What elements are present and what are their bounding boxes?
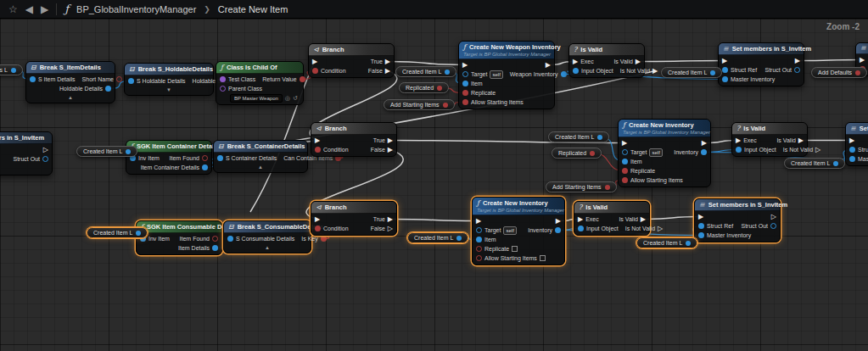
collapse-arrow-icon[interactable]: ▼ xyxy=(125,87,213,95)
red-pin-icon[interactable] xyxy=(476,255,482,261)
node-header[interactable]: ⊟Break S_ContainerDetails xyxy=(214,141,307,153)
pin-condition[interactable]: Condition xyxy=(315,145,349,154)
pin-allow-starting-items[interactable]: Allow Starting Items xyxy=(462,98,524,107)
red-pin-icon[interactable] xyxy=(605,185,610,190)
node-header[interactable]: ≡Set members in S_InvItem xyxy=(695,199,780,211)
blue-pin-icon[interactable] xyxy=(202,164,208,170)
pin-holdable-details[interactable]: Holdable Details xyxy=(59,84,111,93)
node-isValid3[interactable]: ?Is Valid▶Exec▶Is ValidInput Object▷Is N… xyxy=(574,201,650,236)
blue-pin-icon[interactable] xyxy=(561,71,567,77)
pill-add-defaults[interactable]: Add Defaults xyxy=(811,67,867,78)
pin-struct-out[interactable]: Struct Out xyxy=(13,154,48,164)
red-pin-icon[interactable] xyxy=(212,236,218,242)
node-sgkCont[interactable]: ƒSGK Item Container DetailsInv ItemItem … xyxy=(126,140,212,175)
pill-add-starting-items[interactable]: Add Starting Items xyxy=(546,181,617,192)
pin-condition[interactable]: Condition xyxy=(315,224,349,233)
pin-exec[interactable]: ▶ xyxy=(849,136,854,145)
pill-replicated[interactable]: Replicated xyxy=(399,82,449,93)
pin-exec[interactable]: ▶ xyxy=(702,138,707,148)
pin-exec[interactable]: ▶Exec xyxy=(578,214,599,224)
pin-exec[interactable]: ▶ xyxy=(795,56,800,65)
red-pin-icon[interactable] xyxy=(437,86,442,91)
node-setMem1[interactable]: ≡Set members in S_InvItem▶▶Struct RefStr… xyxy=(718,42,804,86)
exec-pin-icon[interactable]: ▶ xyxy=(546,61,551,69)
pin-target[interactable]: Targetself xyxy=(476,226,517,235)
reset-icon[interactable]: ↺ xyxy=(293,95,298,102)
pill-created-item-l[interactable]: Created Item L xyxy=(87,227,148,238)
pin-exec[interactable]: ▶Exec xyxy=(736,136,757,145)
pin-target[interactable]: Targetself xyxy=(622,148,663,157)
red-pin-icon[interactable] xyxy=(300,76,305,82)
node-header[interactable]: ƒSGK Item Consumable Details xyxy=(137,221,221,233)
self-value-chip[interactable]: self xyxy=(649,148,662,157)
pin-s-holdable-details[interactable]: S Holdable Details xyxy=(128,76,186,86)
exec-pin-icon[interactable]: ▶ xyxy=(388,146,393,153)
blue-pin-icon[interactable] xyxy=(476,227,482,233)
exec-pin-icon[interactable]: ▶ xyxy=(578,215,583,223)
pin-inventory[interactable]: Inventory xyxy=(674,148,707,157)
pin-s-item-details[interactable]: S Item Details xyxy=(30,75,76,84)
node-classChild[interactable]: ƒClass Is Child OfTest ClassReturn Value… xyxy=(216,61,304,105)
pin-struct-ref[interactable]: Struct Ref xyxy=(722,65,757,75)
node-header[interactable]: ⊟Break S_ConsumableDetails xyxy=(224,221,311,233)
blue-pin-icon[interactable] xyxy=(849,147,855,153)
exec-pin-icon[interactable]: ▶ xyxy=(315,215,320,223)
pill-add-starting-items[interactable]: Add Starting Items xyxy=(384,99,455,110)
pin-s-container-details[interactable]: S Container Details xyxy=(217,153,277,163)
blue-pin-icon[interactable] xyxy=(622,149,628,155)
pin-master-inventory[interactable]: Master Inventory xyxy=(849,154,868,164)
red-pin-icon[interactable] xyxy=(590,151,595,156)
blue-pin-icon[interactable] xyxy=(597,135,602,140)
node-branch2[interactable]: ⊲Branch▶▶TrueCondition▶False xyxy=(311,122,397,157)
pin-return-value[interactable]: Return Value xyxy=(262,75,305,84)
pill-created-item-l[interactable]: Created Item L xyxy=(661,67,722,78)
exec-pin-icon[interactable]: ▶ xyxy=(736,136,741,144)
pin-s-consumable-details[interactable]: S Consumable Details xyxy=(227,234,294,243)
blue-pin-icon[interactable] xyxy=(698,232,704,238)
exec-pin-icon[interactable]: ▶ xyxy=(636,58,641,65)
node-header[interactable]: ƒCreate New Weapon InventoryTarget is BP… xyxy=(459,42,554,59)
pin-item[interactable]: Item xyxy=(476,235,496,244)
exec-pin-icon[interactable]: ▶ xyxy=(476,217,481,225)
exec-pin-icon[interactable]: ▷ xyxy=(43,146,48,153)
blue-pin-icon[interactable] xyxy=(42,156,48,162)
pin-item[interactable]: Item xyxy=(462,79,483,88)
red-pin-icon[interactable] xyxy=(315,226,321,231)
pin-inventory[interactable]: Inventory xyxy=(528,226,561,235)
node-cutMR[interactable]: ≡Set members in S_InvItem▶Struct RefMast… xyxy=(845,122,868,166)
pill-item-details-l[interactable]: Item Details L xyxy=(0,64,23,75)
browse-icon[interactable]: ◎ xyxy=(285,95,290,102)
pin-struct-ref[interactable]: Struct Ref xyxy=(849,145,868,154)
pin-struct-out[interactable]: Struct Out xyxy=(764,65,800,75)
exec-pin-icon[interactable]: ▶ xyxy=(849,136,854,144)
pin-exec[interactable]: ▶ xyxy=(860,55,865,64)
pin-true[interactable]: ▶True xyxy=(371,57,390,66)
node-breakItem[interactable]: ⊟Break S_ItemDetailsS Item DetailsShort … xyxy=(25,61,115,103)
node-header[interactable]: ƒClass Is Child Of xyxy=(216,62,303,74)
blue-pin-icon[interactable] xyxy=(698,223,704,229)
pin-master-inventory[interactable]: Master Inventory xyxy=(722,75,775,84)
node-isValid1[interactable]: ?Is Valid▶Exec▶Is ValidInput Object▶Is N… xyxy=(568,43,645,78)
node-header[interactable]: ƒCreate New InventoryTarget is BP Global… xyxy=(473,198,564,215)
node-header[interactable]: ?Is Valid xyxy=(569,44,644,56)
red-pin-icon[interactable] xyxy=(202,155,208,161)
blue-pin-icon[interactable] xyxy=(686,241,691,246)
pin-target[interactable]: Targetself xyxy=(462,70,503,79)
exec-pin-icon[interactable]: ▶ xyxy=(385,67,390,75)
exec-pin-icon[interactable]: ▶ xyxy=(722,57,727,64)
pin-replicate[interactable]: Replicate xyxy=(476,244,518,254)
blue-pin-icon[interactable] xyxy=(701,149,707,155)
pin-false[interactable]: ▶False xyxy=(371,145,393,154)
bool-checkbox[interactable] xyxy=(540,255,546,261)
blue-pin-icon[interactable] xyxy=(11,68,16,73)
pin-exec[interactable]: ▶ xyxy=(462,60,468,70)
blue-pin-icon[interactable] xyxy=(126,149,131,154)
exec-pin-icon[interactable]: ▶ xyxy=(652,67,658,75)
node-header[interactable]: ≡Set members in S_InvItem xyxy=(0,132,52,144)
blue-pin-icon[interactable] xyxy=(578,226,584,231)
blue-pin-icon[interactable] xyxy=(476,237,482,242)
node-branch3[interactable]: ⊲Branch▶▶TrueCondition▷False xyxy=(311,201,397,236)
exec-pin-icon[interactable]: ▶ xyxy=(388,136,393,144)
blue-pin-icon[interactable] xyxy=(445,70,450,75)
red-pin-icon[interactable] xyxy=(462,90,468,96)
